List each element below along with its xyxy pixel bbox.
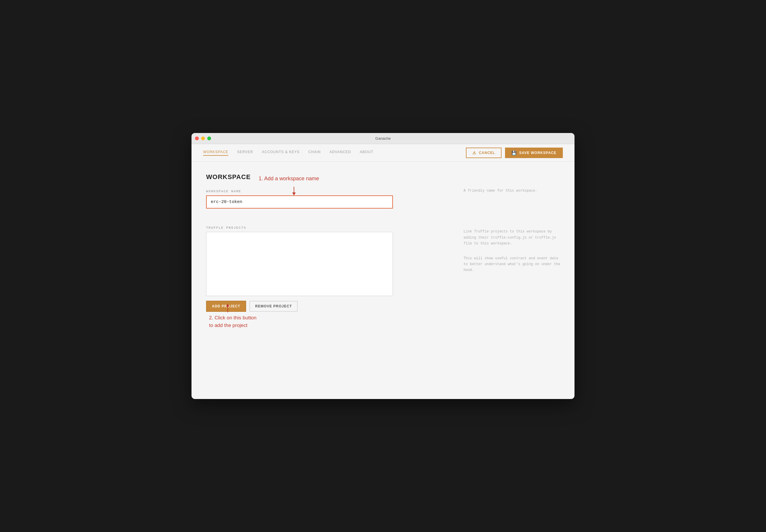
- workspace-name-input[interactable]: [206, 195, 393, 209]
- warning-icon: ⚠: [472, 151, 476, 155]
- titlebar: Ganache: [192, 133, 574, 144]
- close-button[interactable]: [195, 137, 199, 140]
- save-workspace-button[interactable]: 💾 SAVE WORKSPACE: [505, 148, 563, 158]
- truffle-help-section: Link Truffle projects to this workspace …: [464, 229, 563, 273]
- traffic-lights: [195, 137, 211, 140]
- workspace-name-section: 1. Add a workspace name WORKSPACE NAME: [206, 190, 437, 217]
- truffle-help-2: This will show useful contract and event…: [464, 255, 563, 273]
- page-title: WORKSPACE: [206, 173, 437, 181]
- annotation-2-line1: 2. Click on this button: [209, 315, 257, 321]
- nav-actions: ⚠ CANCEL 💾 SAVE WORKSPACE: [466, 148, 563, 158]
- truffle-projects-area: [206, 232, 393, 296]
- minimize-button[interactable]: [201, 137, 205, 140]
- project-buttons: ADD PROJECT REMOVE PROJECT: [206, 301, 437, 312]
- cancel-button[interactable]: ⚠ CANCEL: [466, 148, 501, 158]
- save-label: SAVE WORKSPACE: [519, 151, 556, 155]
- tab-workspace[interactable]: WORKSPACE: [203, 150, 228, 156]
- save-icon: 💾: [511, 151, 517, 155]
- remove-project-button[interactable]: REMOVE PROJECT: [250, 301, 298, 311]
- tab-chain[interactable]: CHAIN: [308, 150, 321, 156]
- cancel-label: CANCEL: [479, 151, 495, 155]
- workspace-name-help: A friendly name for this workspace.: [464, 188, 563, 194]
- workspace-name-label: WORKSPACE NAME: [206, 190, 437, 193]
- maximize-button[interactable]: [207, 137, 211, 140]
- window-title: Ganache: [375, 136, 391, 141]
- tab-server[interactable]: SERVER: [237, 150, 253, 156]
- annotation-2-text: 2. Click on this button to add the proje…: [206, 314, 437, 329]
- left-panel: WORKSPACE 1. Add a workspace name WORKSP…: [192, 162, 452, 399]
- tab-accounts-keys[interactable]: ACCOUNTS & KEYS: [262, 150, 300, 156]
- tab-about[interactable]: ABOUT: [360, 150, 373, 156]
- annotation-2-container: 2. Click on this button to add the proje…: [206, 314, 437, 329]
- truffle-help-1: Link Truffle projects to this workspace …: [464, 229, 563, 246]
- nav-tabs: WORKSPACE SERVER ACCOUNTS & KEYS CHAIN A…: [203, 150, 466, 156]
- annotation-2-line2: to add the project: [209, 323, 247, 328]
- annotation-1-arrow: [292, 187, 296, 195]
- truffle-projects-label: TRUFFLE PROJECTS: [206, 226, 437, 230]
- truffle-projects-section: TRUFFLE PROJECTS ADD PROJECT REMOVE PROJ…: [206, 226, 437, 329]
- app-window: Ganache WORKSPACE SERVER ACCOUNTS & KEYS…: [192, 133, 574, 399]
- navbar: WORKSPACE SERVER ACCOUNTS & KEYS CHAIN A…: [192, 144, 574, 162]
- annotation-2-arrow: [226, 304, 230, 312]
- annotation-1-text: 1. Add a workspace name: [259, 176, 319, 182]
- right-panel: A friendly name for this workspace. Link…: [452, 162, 574, 399]
- tab-advanced[interactable]: ADVANCED: [330, 150, 351, 156]
- main-content: WORKSPACE 1. Add a workspace name WORKSP…: [192, 162, 574, 399]
